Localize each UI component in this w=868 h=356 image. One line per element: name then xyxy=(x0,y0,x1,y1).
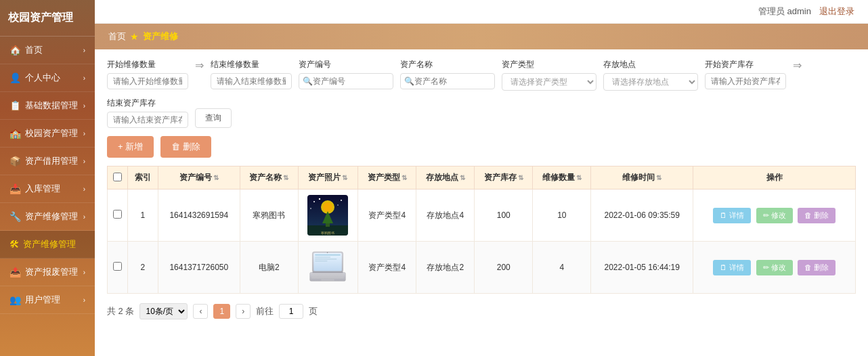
th-ops: 操作 xyxy=(693,166,856,190)
row2-code: 1641371726050 xyxy=(158,242,240,294)
chevron-icon: › xyxy=(83,158,85,165)
action-row: + 新增 🗑 删除 xyxy=(107,136,856,158)
app-title: 校园资产管理 xyxy=(0,0,95,37)
per-page-select[interactable]: 10条/页 20条/页 50条/页 xyxy=(139,303,188,319)
th-photo: 资产照片⇅ xyxy=(298,166,357,190)
sidebar-item-repair-active[interactable]: 🛠 资产维修管理 xyxy=(0,231,95,259)
sidebar-item-campus-label: 校园资产管理 xyxy=(25,127,78,139)
table-body: 1 1641432691594 寒鸦图书 xyxy=(108,190,856,294)
svg-point-5 xyxy=(311,208,312,209)
list-icon: 📋 xyxy=(9,100,21,111)
filter-end-stock: 结束资产库存 xyxy=(107,97,188,128)
repair-active-icon: 🛠 xyxy=(9,239,19,250)
filter-asset-name: 资产名称 🔍 xyxy=(400,59,495,89)
row2-image xyxy=(307,247,348,288)
top-header: 管理员 admin 退出登录 xyxy=(95,0,868,24)
sidebar-item-basic-label: 基础数据管理 xyxy=(25,99,78,112)
th-name: 资产名称⇅ xyxy=(240,166,298,190)
row2-repair-count: 4 xyxy=(533,242,591,294)
start-repair-input[interactable] xyxy=(107,73,188,89)
svg-point-6 xyxy=(341,200,342,201)
sort-icon8: ⇅ xyxy=(656,174,661,181)
row2-detail-button[interactable]: 🗒 详情 xyxy=(713,260,751,275)
end-repair-input[interactable] xyxy=(211,73,292,89)
row1-repair-time: 2022-01-06 09:35:59 xyxy=(591,190,693,242)
row1-delete-button[interactable]: 🗑 删除 xyxy=(798,208,836,223)
table-header-row: 索引 资产编号⇅ 资产名称⇅ 资产照片⇅ 资产类型⇅ 存放地点⇅ 资产库存⇅ 维… xyxy=(108,166,856,190)
sidebar-item-repair-active-label: 资产维修管理 xyxy=(23,238,76,250)
sidebar-item-personal[interactable]: 👤 个人中心 › xyxy=(0,64,95,92)
chevron-icon: › xyxy=(83,296,85,304)
search-icon2: 🔍 xyxy=(404,76,414,86)
asset-name-label: 资产名称 xyxy=(400,59,495,70)
svg-rect-13 xyxy=(314,252,343,271)
sidebar-item-scrap[interactable]: 📤 资产报废管理 › xyxy=(0,259,95,286)
query-button[interactable]: 查询 xyxy=(195,108,232,128)
total-count: 共 2 条 xyxy=(107,305,134,317)
start-stock-input[interactable] xyxy=(705,73,786,89)
row1-checkbox[interactable] xyxy=(113,210,122,219)
sidebar-item-borrow-label: 资产借用管理 xyxy=(25,155,78,167)
select-all-checkbox[interactable] xyxy=(113,173,122,181)
sidebar-item-borrow[interactable]: 📦 资产借用管理 › xyxy=(0,148,95,175)
logout-button[interactable]: 退出登录 xyxy=(819,5,854,18)
asset-type-select[interactable]: 请选择资产类型 xyxy=(502,73,596,91)
row1-location: 存放地点4 xyxy=(416,190,475,242)
sidebar-item-users[interactable]: 👥 用户管理 › xyxy=(0,286,95,314)
row1-edit-button[interactable]: ✏ 修改 xyxy=(756,208,793,223)
asset-code-input[interactable] xyxy=(299,73,393,89)
inbound-icon: 📥 xyxy=(9,183,21,194)
th-location: 存放地点⇅ xyxy=(416,166,475,190)
row2-delete-button[interactable]: 🗑 删除 xyxy=(798,260,836,275)
filter-start-stock: 开始资产库存 xyxy=(705,59,786,89)
next-page-button[interactable]: › xyxy=(236,304,251,319)
asset-name-input[interactable] xyxy=(400,73,495,89)
arrow-sep2: ⇒ xyxy=(793,59,802,74)
th-type: 资产类型⇅ xyxy=(358,166,416,190)
storage-select[interactable]: 请选择存放地点 xyxy=(603,73,698,91)
delete-button[interactable]: 🗑 删除 xyxy=(160,136,211,158)
svg-text:寒鸦图书: 寒鸦图书 xyxy=(321,231,334,235)
sidebar-item-repair-mgmt[interactable]: 🔧 资产维修管理 › xyxy=(0,203,95,231)
th-checkbox xyxy=(108,166,128,190)
end-repair-label: 结束维修数量 xyxy=(211,59,292,70)
page-1-button[interactable]: 1 xyxy=(213,304,230,319)
sort-icon7: ⇅ xyxy=(576,174,582,181)
svg-rect-16 xyxy=(316,259,337,259)
asset-type-label: 资产类型 xyxy=(502,59,596,70)
th-stock: 资产库存⇅ xyxy=(475,166,533,190)
row2-ops: 🗒 详情 ✏ 修改 🗑 删除 xyxy=(693,242,856,294)
breadcrumb-home[interactable]: 首页 xyxy=(108,30,126,43)
sidebar-item-home[interactable]: 🏠 首页 › xyxy=(0,37,95,64)
sidebar-item-basic[interactable]: 📋 基础数据管理 › xyxy=(0,92,95,120)
filter-end-repair: 结束维修数量 xyxy=(211,59,292,89)
svg-point-3 xyxy=(313,201,315,202)
borrow-icon: 📦 xyxy=(9,156,21,166)
start-stock-label: 开始资产库存 xyxy=(705,59,786,70)
search-icon: 🔍 xyxy=(303,76,313,86)
row1-checkbox-cell xyxy=(108,190,128,242)
svg-rect-23 xyxy=(322,279,334,280)
row2-edit-button[interactable]: ✏ 修改 xyxy=(756,260,793,275)
scrap-icon: 📤 xyxy=(9,267,21,277)
filter-asset-type: 资产类型 请选择资产类型 xyxy=(502,59,596,91)
row2-stock: 200 xyxy=(475,242,533,294)
row2-location: 存放地点2 xyxy=(416,242,475,294)
sidebar-item-campus[interactable]: 🏫 校园资产管理 › xyxy=(0,120,95,148)
goto-page-input[interactable] xyxy=(279,304,303,319)
svg-rect-15 xyxy=(316,257,331,257)
th-code: 资产编号⇅ xyxy=(158,166,240,190)
row1-detail-button[interactable]: 🗒 详情 xyxy=(713,208,751,223)
end-stock-input[interactable] xyxy=(107,112,188,128)
prev-page-button[interactable]: ‹ xyxy=(193,304,208,319)
user-icon: 👤 xyxy=(9,72,21,83)
row1-type: 资产类型4 xyxy=(358,190,416,242)
sidebar-item-scrap-label: 资产报废管理 xyxy=(25,266,78,278)
content-area: 开始维修数量 ⇒ 结束维修数量 资产编号 🔍 资产名称 🔍 xyxy=(95,49,868,356)
sidebar-item-inbound[interactable]: 📥 入库管理 › xyxy=(0,175,95,203)
chevron-icon: › xyxy=(83,185,85,193)
row2-checkbox[interactable] xyxy=(113,262,122,271)
filter-asset-code: 资产编号 🔍 xyxy=(299,59,393,89)
add-button[interactable]: + 新增 xyxy=(107,136,154,158)
filter-row: 开始维修数量 ⇒ 结束维修数量 资产编号 🔍 资产名称 🔍 xyxy=(107,59,856,128)
